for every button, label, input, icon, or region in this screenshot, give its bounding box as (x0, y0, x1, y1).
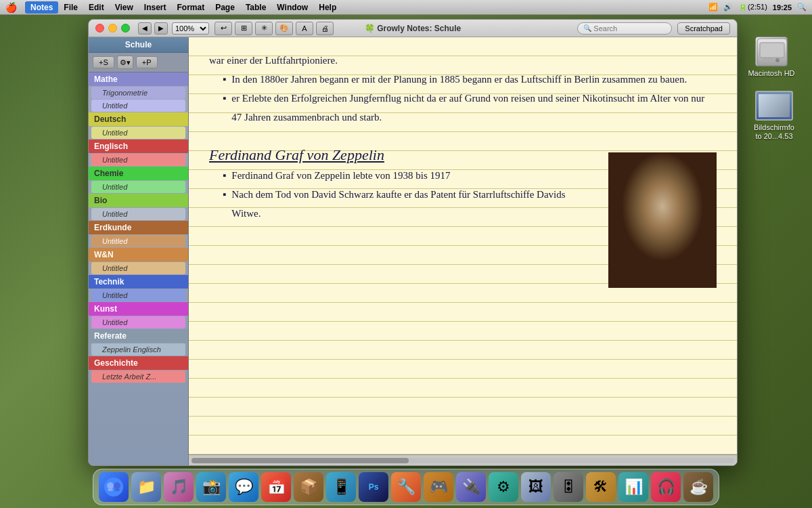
settings-button[interactable]: ⚙▾ (117, 56, 133, 69)
note-bio-untitled[interactable]: Untitled (91, 208, 185, 220)
menu-edit[interactable]: Edit (83, 1, 110, 14)
svg-point-2 (625, 254, 700, 288)
dock: 📁 🎵 📸 💬 📅 📦 📱 Ps 🔧 🎮 🔌 ⚙ 🖼 🎛 🛠 📊 🎧 ☕ (93, 469, 719, 505)
svg-point-27 (114, 488, 120, 491)
menu-notes[interactable]: Notes (25, 1, 58, 14)
font-tool[interactable]: A (296, 22, 313, 35)
dock-tool4[interactable]: 📊 (618, 472, 648, 502)
back-button[interactable]: ◀ (138, 22, 152, 35)
clock: 19:25 (773, 3, 792, 12)
macintosh-hd-icon[interactable]: Macintosh HD (744, 34, 798, 81)
svg-point-26 (108, 488, 113, 491)
note-trigonometrie[interactable]: Trigonometrie (91, 87, 185, 99)
svg-marker-18 (660, 247, 665, 257)
dock-gallery[interactable]: 🖼 (521, 472, 551, 502)
menu-insert[interactable]: Insert (139, 1, 172, 14)
menu-format[interactable]: Format (172, 1, 210, 14)
svg-rect-3 (632, 254, 693, 288)
category-erdkunde[interactable]: Erdkunde (89, 221, 188, 234)
scratchpad-button[interactable]: Scratchpad (677, 22, 730, 35)
select-tool[interactable]: ⊞ (235, 22, 252, 35)
category-geschichte[interactable]: Geschichte (89, 356, 188, 370)
note-englisch-untitled[interactable]: Untitled (91, 154, 185, 166)
minimize-button[interactable] (108, 24, 117, 33)
search-box[interactable]: 🔍 (577, 22, 672, 35)
star-tool[interactable]: ✳ (255, 22, 273, 35)
dock-folder[interactable]: 📁 (131, 472, 161, 502)
category-chemie[interactable]: Chemie (89, 167, 188, 180)
note-wn-untitled[interactable]: Untitled (91, 262, 185, 274)
dock-music[interactable]: 🎧 (651, 472, 681, 502)
svg-point-14 (670, 219, 675, 223)
note-technik-untitled[interactable]: Untitled (91, 289, 185, 301)
menu-help[interactable]: Help (313, 1, 342, 14)
dock-tool3[interactable]: 🛠 (586, 472, 616, 502)
note-referate-zeppelin[interactable]: Zeppelin Englisch (91, 343, 185, 356)
add-note-button[interactable]: +S (93, 56, 114, 68)
dock-mixer[interactable]: 🎛 (554, 472, 583, 502)
note-paper[interactable]: war einer der Luftfahrtpioniere. In den … (189, 37, 737, 454)
dock-calendar[interactable]: 📅 (261, 472, 291, 502)
note-geschichte-letzte[interactable]: Letzte Arbeit Z... (91, 371, 185, 383)
forward-button[interactable]: ▶ (154, 22, 168, 35)
note-deutsch-untitled[interactable]: Untitled (91, 127, 185, 139)
screenshot-icon[interactable]: Bildschirmfoto 20...4.53 (747, 88, 801, 144)
apple-menu[interactable]: 🍎 (5, 2, 17, 13)
dock-tool1[interactable]: 🔧 (391, 472, 421, 502)
undo-button[interactable]: ↩ (215, 22, 232, 35)
zoom-select[interactable]: 100% 75% 125% 150% (172, 22, 209, 35)
bottom-scrollbar[interactable] (189, 454, 737, 465)
category-technik[interactable]: Technik (89, 275, 188, 289)
category-kunst[interactable]: Kunst (89, 302, 188, 316)
close-button[interactable] (95, 24, 104, 33)
dock-cup[interactable]: ☕ (683, 472, 713, 502)
dock-game[interactable]: 🎮 (424, 472, 453, 502)
dock-photoshop[interactable]: Ps (359, 472, 388, 502)
titlebar-nav: ◀ ▶ (138, 22, 168, 35)
note-kunst-untitled[interactable]: Untitled (91, 316, 185, 329)
menu-table[interactable]: Table (240, 1, 271, 14)
category-referate[interactable]: Referate (89, 329, 188, 343)
add-page-button[interactable]: +P (136, 56, 158, 68)
sidebar: Schule +S ⚙▾ +P Mathe Trigonometrie Unti… (89, 37, 189, 465)
note-chemie-untitled[interactable]: Untitled (91, 181, 185, 193)
dock-box[interactable]: 📦 (294, 472, 323, 502)
note-bullet-1: In den 1880er Jahren begann er mit der P… (223, 70, 717, 89)
category-deutsch[interactable]: Deutsch (89, 112, 188, 126)
dock-photos[interactable]: 📸 (196, 472, 226, 502)
color-tool[interactable]: 🎨 (275, 22, 293, 35)
note-text: war einer der Luftfahrtpioniere. In den … (209, 51, 717, 288)
menu-file[interactable]: File (58, 1, 83, 14)
svg-point-23 (104, 478, 123, 496)
svg-point-10 (641, 193, 684, 213)
category-englisch[interactable]: Englisch (89, 140, 188, 153)
svg-point-21 (775, 58, 780, 62)
titlebar-tools: ↩ ⊞ ✳ 🎨 A 🖨 (215, 22, 334, 35)
dock-tool2[interactable]: 🔌 (456, 472, 486, 502)
note-section: Ferdinand Graf von Zeppelin Ferdinand Gr… (209, 146, 717, 288)
svg-point-17 (684, 217, 692, 230)
dock-skype[interactable]: 💬 (229, 472, 258, 502)
search-input[interactable] (593, 24, 668, 33)
menu-page[interactable]: Page (210, 1, 240, 14)
hd-icon-image (755, 37, 788, 66)
note-erdkunde-untitled[interactable]: Untitled (91, 235, 185, 247)
volume-icon: 🔊 (723, 3, 733, 12)
maximize-button[interactable] (121, 24, 130, 33)
titlebar-right: 🔍 Scratchpad (577, 22, 730, 35)
svg-point-15 (659, 224, 666, 233)
dock-arduino[interactable]: ⚙ (489, 472, 518, 502)
menu-window[interactable]: Window (271, 1, 313, 14)
menu-view[interactable]: View (110, 1, 139, 14)
dock-appstore[interactable]: 📱 (326, 472, 356, 502)
category-mathe[interactable]: Mathe (89, 72, 188, 86)
print-tool[interactable]: 🖨 (316, 22, 334, 35)
category-wn[interactable]: W&N (89, 248, 188, 261)
dock-finder[interactable] (99, 472, 129, 502)
category-bio[interactable]: Bio (89, 194, 188, 207)
sidebar-toolbar: +S ⚙▾ +P (89, 53, 188, 72)
dock-itunes[interactable]: 🎵 (164, 472, 194, 502)
note-mathe-untitled[interactable]: Untitled (91, 100, 185, 112)
search-icon[interactable]: 🔍 (797, 3, 807, 12)
search-icon: 🔍 (583, 24, 591, 32)
